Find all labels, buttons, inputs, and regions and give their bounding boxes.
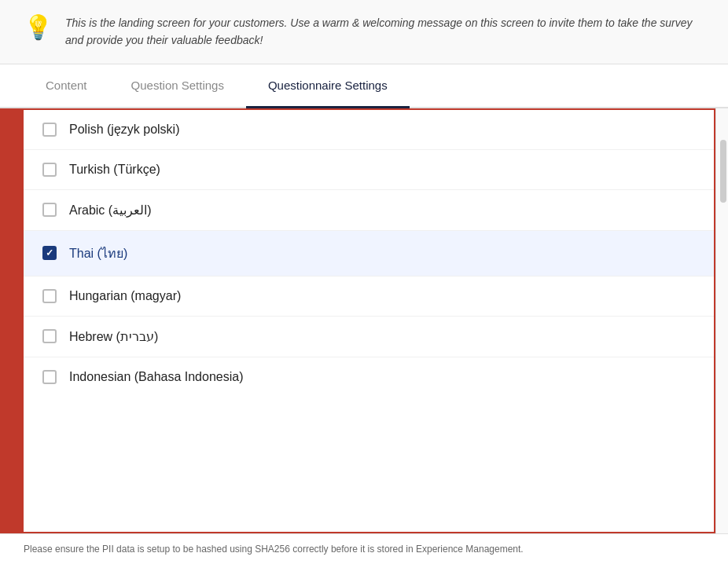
language-label-hungarian: Hungarian (magyar) <box>69 289 181 303</box>
tab-content[interactable]: Content <box>24 64 109 108</box>
language-label-indonesian: Indonesian (Bahasa Indonesia) <box>69 370 244 384</box>
language-label-turkish: Turkish (Türkçe) <box>69 163 160 177</box>
checkbox-indonesian[interactable] <box>42 370 57 384</box>
bottom-notice: Please ensure the PII data is setup to b… <box>0 533 728 564</box>
checkbox-thai[interactable] <box>42 246 57 260</box>
left-border <box>0 108 22 533</box>
language-list-panel[interactable]: Polish (język polski) Turkish (Türkçe) A… <box>22 108 715 533</box>
page-wrapper: 💡 This is the landing screen for your cu… <box>0 0 728 564</box>
language-label-hebrew: Hebrew (עברית) <box>69 329 158 344</box>
language-item-turkish[interactable]: Turkish (Türkçe) <box>24 150 714 190</box>
language-label-polish: Polish (język polski) <box>69 123 179 137</box>
language-label-thai: Thai (ไทย) <box>69 244 127 263</box>
scrollbar-area[interactable] <box>715 108 728 533</box>
language-item-hungarian[interactable]: Hungarian (magyar) <box>24 277 714 317</box>
tab-question-settings[interactable]: Question Settings <box>109 64 246 108</box>
language-item-arabic[interactable]: Arabic (العربية) <box>24 190 714 231</box>
checkbox-turkish[interactable] <box>42 163 57 177</box>
checkbox-hebrew[interactable] <box>42 329 57 343</box>
scrollbar-thumb[interactable] <box>720 140 726 203</box>
checkbox-arabic[interactable] <box>42 203 57 217</box>
checkbox-polish[interactable] <box>42 123 57 137</box>
language-item-thai[interactable]: Thai (ไทย) <box>24 231 714 277</box>
banner: 💡 This is the landing screen for your cu… <box>0 0 728 64</box>
language-label-arabic: Arabic (العربية) <box>69 203 151 218</box>
content-area: Polish (język polski) Turkish (Türkçe) A… <box>0 108 728 533</box>
lightbulb-icon: 💡 <box>24 16 53 39</box>
language-item-hebrew[interactable]: Hebrew (עברית) <box>24 317 714 357</box>
language-item-polish[interactable]: Polish (język polski) <box>24 110 714 150</box>
language-item-indonesian[interactable]: Indonesian (Bahasa Indonesia) <box>24 357 714 390</box>
tabs-bar: Content Question Settings Questionnaire … <box>0 64 728 108</box>
tab-questionnaire-settings[interactable]: Questionnaire Settings <box>246 64 410 108</box>
checkbox-hungarian[interactable] <box>42 289 57 303</box>
banner-text: This is the landing screen for your cust… <box>65 14 704 49</box>
